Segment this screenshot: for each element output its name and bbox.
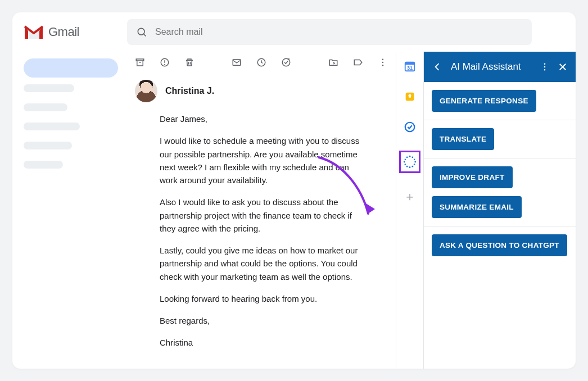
email-signoff: Best regards,: [160, 314, 362, 327]
svg-point-28: [544, 66, 546, 68]
svg-point-21: [409, 166, 411, 168]
gmail-icon: [24, 24, 44, 40]
close-icon[interactable]: [558, 62, 568, 72]
svg-point-3: [165, 64, 165, 65]
svg-point-6: [282, 58, 290, 66]
svg-point-27: [544, 63, 546, 65]
sidebar: [12, 52, 124, 369]
svg-point-24: [404, 161, 405, 163]
klart-addon-highlighted[interactable]: [399, 151, 420, 173]
divider: [424, 158, 576, 158]
sidebar-item-placeholder: [24, 84, 74, 92]
mark-unread-icon[interactable]: [232, 57, 242, 67]
report-spam-icon[interactable]: [160, 57, 170, 67]
snooze-icon[interactable]: [256, 57, 266, 67]
svg-point-17: [414, 158, 415, 160]
svg-point-22: [406, 166, 408, 167]
generate-response-button[interactable]: GENERATE RESPONSE: [432, 90, 536, 112]
svg-rect-11: [405, 62, 415, 65]
svg-point-26: [406, 157, 408, 158]
svg-point-25: [405, 158, 406, 160]
email-paragraph: Looking forward to hearing back from you…: [160, 292, 362, 305]
email-paragraph: Also I would like to ask you to discuss …: [160, 196, 362, 235]
labels-icon[interactable]: [353, 57, 363, 67]
sidebar-item-placeholder: [24, 123, 80, 130]
email-greeting: Dear James,: [160, 112, 362, 125]
svg-point-29: [544, 69, 546, 71]
sidebar-item-placeholder: [24, 103, 67, 111]
svg-point-16: [412, 157, 414, 158]
topbar: Gmail: [12, 12, 576, 52]
svg-point-9: [382, 65, 383, 66]
svg-point-8: [382, 62, 383, 63]
sender-avatar: [135, 80, 157, 102]
email-signature: Christina: [160, 336, 362, 349]
sidebar-item-placeholder: [24, 142, 72, 149]
mail-toolbar: [132, 52, 391, 75]
delete-icon[interactable]: [184, 57, 195, 67]
move-to-icon[interactable]: [328, 57, 338, 67]
assistant-header: AI Mail Assistant: [424, 52, 576, 82]
brand-name: Gmail: [48, 25, 79, 39]
email-paragraph: Lastly, could you give me ideas on how t…: [160, 244, 362, 283]
more-vert-icon[interactable]: [540, 62, 550, 72]
search-bar[interactable]: [127, 19, 532, 45]
sidebar-item-placeholder: [24, 161, 63, 169]
assistant-panel: AI Mail Assistant GENERATE RESPONSE TRAN…: [423, 52, 576, 369]
svg-text:31: 31: [407, 65, 413, 71]
more-vert-icon[interactable]: [378, 57, 388, 67]
sender-name: Christina J.: [165, 86, 214, 96]
search-icon: [136, 26, 147, 38]
svg-point-20: [412, 166, 414, 167]
keep-icon[interactable]: [403, 90, 417, 103]
svg-point-0: [138, 28, 144, 35]
gmail-logo[interactable]: Gmail: [24, 24, 114, 40]
right-icon-rail: 31 ＋: [396, 52, 423, 369]
svg-point-23: [405, 164, 406, 165]
divider: [424, 226, 576, 226]
divider: [424, 120, 576, 120]
tasks-icon[interactable]: [403, 120, 417, 134]
back-icon[interactable]: [432, 61, 443, 72]
svg-point-18: [414, 161, 416, 163]
gmail-window: Gmail: [12, 12, 576, 369]
translate-button[interactable]: TRANSLATE: [432, 128, 494, 150]
search-wrap: [127, 19, 532, 45]
email-paragraph: I would like to schedule a meeting with …: [160, 134, 362, 187]
search-input[interactable]: [155, 27, 523, 37]
svg-rect-1: [136, 59, 144, 61]
assistant-actions: GENERATE RESPONSE TRANSLATE IMPROVE DRAF…: [424, 82, 576, 264]
sender-row: Christina J.: [132, 75, 391, 112]
svg-point-15: [409, 156, 411, 157]
mail-area: Christina J. Dear James, I would like to…: [124, 52, 396, 369]
content-area: Christina J. Dear James, I would like to…: [12, 52, 576, 369]
improve-draft-button[interactable]: IMPROVE DRAFT: [432, 166, 513, 188]
calendar-icon[interactable]: 31: [403, 60, 417, 73]
add-task-icon[interactable]: [281, 57, 291, 67]
assistant-title: AI Mail Assistant: [451, 61, 532, 72]
svg-point-7: [382, 59, 383, 60]
add-addon-icon[interactable]: ＋: [403, 190, 417, 203]
archive-icon[interactable]: [135, 57, 145, 67]
svg-point-19: [414, 164, 415, 165]
ask-chatgpt-button[interactable]: ASK A QUESTION TO CHATGPT: [432, 234, 567, 256]
sidebar-item-inbox[interactable]: [24, 58, 118, 78]
email-body: Dear James, I would like to schedule a m…: [132, 112, 373, 350]
summarize-email-button[interactable]: SUMMARIZE EMAIL: [432, 196, 522, 218]
